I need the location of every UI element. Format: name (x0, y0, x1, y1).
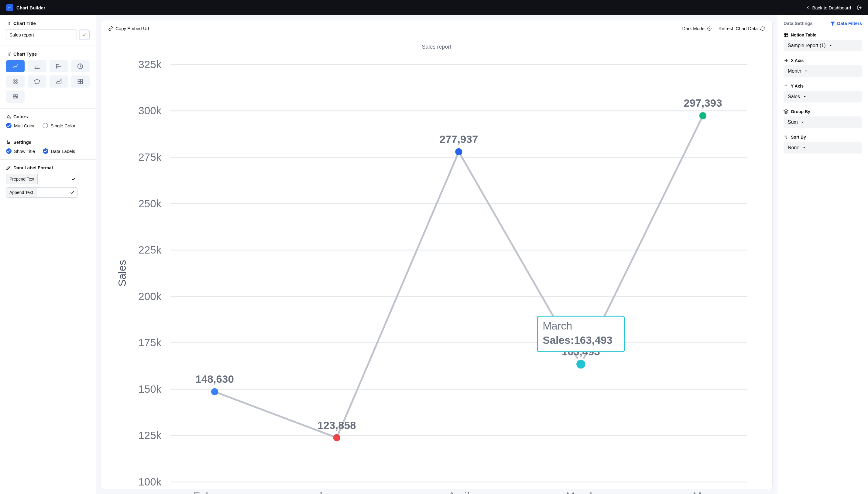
radar-chart-icon (34, 78, 40, 85)
chart-type-pie[interactable] (71, 60, 90, 72)
svg-marker-3 (35, 79, 40, 84)
check-on-icon (6, 148, 12, 154)
prepend-row: Prepend Text (6, 174, 90, 184)
svg-marker-62 (803, 148, 805, 149)
svg-point-13 (9, 142, 10, 142)
svg-marker-55 (831, 22, 834, 25)
chevron-left-icon (805, 5, 810, 10)
svg-marker-58 (805, 71, 807, 72)
y-axis-dropdown[interactable]: Sales (784, 91, 862, 102)
data-label-format-head: Data Label Format (6, 165, 90, 170)
svg-rect-6 (78, 82, 80, 83)
x-axis-section: X Axis Month (784, 58, 862, 77)
radio-unchecked-icon (42, 123, 48, 128)
back-to-dashboard-link[interactable]: Back to Dashboard (805, 5, 851, 10)
show-title-toggle[interactable]: Show Title (6, 148, 35, 154)
svg-point-46 (455, 148, 462, 155)
single-color-option[interactable]: Single Color (42, 123, 75, 128)
svg-rect-56 (784, 34, 788, 37)
chart-area: 100k125k150k175k200k225k250k275k300k325k… (108, 55, 765, 494)
settings-checks: Show Title Data Labels (6, 148, 90, 154)
x-axis-dropdown[interactable]: Month (784, 65, 862, 77)
append-input[interactable] (37, 187, 67, 197)
chart-type-grid (6, 60, 90, 103)
svg-rect-5 (80, 79, 82, 81)
dark-mode-toggle[interactable]: Dark Mode (682, 26, 712, 31)
tab-data-filters[interactable]: Data Filters (830, 21, 862, 26)
logout-icon[interactable] (857, 5, 862, 10)
check-icon (70, 190, 75, 195)
svg-rect-10 (13, 97, 16, 98)
chart-type-area[interactable] (50, 75, 68, 88)
sliders-icon (6, 140, 11, 145)
svg-text:Sales: Sales (116, 260, 128, 287)
chart-title-row (6, 30, 90, 40)
group-by-dropdown[interactable]: Sum (784, 116, 862, 128)
svg-text:250k: 250k (138, 197, 161, 209)
data-labels-toggle[interactable]: Data Labels (43, 148, 75, 154)
check-icon (71, 177, 76, 182)
svg-point-44 (333, 434, 340, 441)
caret-down-icon (829, 44, 832, 48)
separator (0, 108, 96, 109)
svg-point-2 (14, 80, 16, 82)
svg-text:150k: 150k (138, 383, 161, 395)
y-axis-head: Y Axis (784, 83, 862, 89)
caret-down-icon (802, 146, 806, 150)
svg-rect-4 (78, 79, 80, 81)
sort-by-dropdown[interactable]: None (784, 142, 862, 153)
chart-title-input[interactable] (6, 30, 77, 40)
sort-icon (784, 135, 788, 139)
svg-rect-8 (13, 95, 15, 96)
tab-data-settings[interactable]: Data Settings (784, 21, 813, 26)
svg-text:300k: 300k (138, 104, 161, 116)
area-chart-icon (55, 78, 62, 85)
check-on-icon (43, 148, 48, 154)
chart-card: Copy Embed Url Dark Mode Refresh Chart D… (101, 20, 773, 489)
svg-rect-7 (80, 82, 82, 83)
caret-down-icon (801, 120, 805, 124)
prepend-confirm-button[interactable] (68, 174, 79, 184)
chart-type-heatmap[interactable] (6, 91, 25, 103)
bar-chart-up-icon (6, 52, 11, 57)
notion-table-section: Notion Table Sample report (1) (784, 33, 862, 51)
svg-text:April: April (448, 490, 469, 494)
sort-by-section: Sort By None (784, 135, 862, 153)
link-icon (108, 26, 113, 31)
caret-down-icon (804, 69, 808, 73)
multi-color-option[interactable]: Muti Color (6, 123, 35, 128)
chart-toolbar: Copy Embed Url Dark Mode Refresh Chart D… (108, 26, 765, 31)
chart-type-bar[interactable] (28, 60, 46, 72)
sidebar-right: Data Settings Data Filters Notion Table … (777, 15, 868, 494)
chart-icon (7, 5, 12, 10)
svg-point-1 (13, 79, 18, 84)
horizontal-bar-icon (55, 63, 62, 70)
append-label: Append Text (6, 187, 37, 197)
toolbar-left: Copy Embed Url (108, 26, 149, 31)
chart-type-treemap[interactable] (71, 75, 90, 88)
svg-point-14 (7, 143, 8, 144)
chart-type-hbar[interactable] (50, 60, 68, 72)
svg-marker-60 (784, 110, 788, 112)
svg-marker-59 (804, 96, 806, 98)
chart-type-radar[interactable] (28, 75, 46, 88)
caret-down-icon (803, 95, 807, 98)
svg-text:January: January (318, 490, 356, 494)
chart-type-line[interactable] (6, 60, 25, 72)
copy-embed-button[interactable]: Copy Embed Url (108, 26, 149, 31)
refresh-button[interactable]: Refresh Chart Data (718, 26, 765, 31)
svg-text:March: March (566, 490, 595, 494)
svg-point-48 (575, 359, 586, 369)
svg-text:May: May (693, 490, 713, 494)
prepend-input[interactable] (38, 174, 68, 184)
group-by-head: Group By (784, 109, 862, 114)
filter-icon (830, 21, 835, 26)
chart-title-confirm-button[interactable] (79, 30, 90, 40)
chart-type-donut[interactable] (6, 75, 25, 88)
append-confirm-button[interactable] (67, 187, 78, 197)
svg-text:277,937: 277,937 (440, 133, 478, 145)
svg-point-42 (211, 388, 218, 395)
notion-table-dropdown[interactable]: Sample report (1) (784, 40, 862, 51)
svg-text:February: February (193, 490, 236, 494)
app-name: Chart Builder (16, 5, 45, 10)
